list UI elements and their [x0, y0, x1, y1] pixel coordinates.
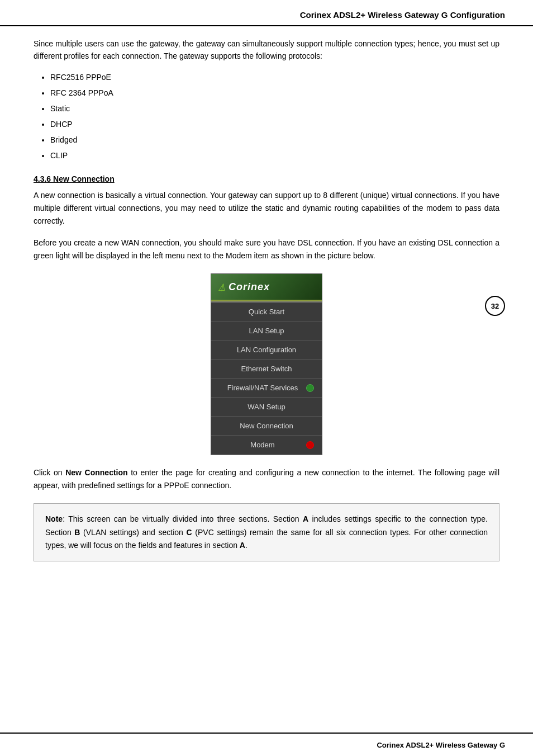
page-footer: Corinex ADSL2+ Wireless Gateway G: [0, 733, 533, 756]
page-header: Corinex ADSL2+ Wireless Gateway G Config…: [0, 0, 533, 26]
note-sectionB: B: [74, 528, 80, 537]
note-sectionC: C: [187, 528, 192, 537]
section-para2: Before you create a new WAN connection, …: [34, 237, 499, 262]
nav-item-modem[interactable]: Modem: [211, 436, 322, 455]
nav-logo-bar: ⍋ Corinex: [211, 274, 322, 301]
nav-menu-image: ⍋ Corinex Quick Start LAN Setup LAN Conf…: [34, 273, 499, 455]
modem-indicator: [306, 441, 314, 449]
nav-item-quickstart[interactable]: Quick Start: [211, 303, 322, 322]
section-heading: 4.3.6 New Connection: [34, 174, 499, 183]
nav-item-ethswitch[interactable]: Ethernet Switch: [211, 360, 322, 379]
list-item: RFC2516 PPPoE: [50, 69, 499, 85]
note-sectionA1: A: [303, 514, 308, 523]
note-sectionA2: A: [240, 541, 245, 550]
nav-logo-text: Corinex: [229, 281, 270, 293]
list-item: Bridged: [50, 132, 499, 148]
note-text: : This screen can be virtually divided i…: [45, 514, 488, 549]
page-wrapper: Corinex ADSL2+ Wireless Gateway G Config…: [0, 0, 533, 756]
list-item: CLIP: [50, 148, 499, 163]
note-box: Note: This screen can be virtually divid…: [34, 503, 499, 561]
corinex-logo-icon: ⍋: [218, 280, 225, 294]
intro-paragraph: Since multiple users can use the gateway…: [34, 37, 499, 63]
nav-item-firewall[interactable]: Firewall/NAT Services: [211, 379, 322, 398]
page-number: 32: [485, 296, 505, 316]
nav-item-lanconfig[interactable]: LAN Configuration: [211, 341, 322, 360]
new-connection-bold: New Connection: [65, 468, 127, 477]
nav-item-lansetup[interactable]: LAN Setup: [211, 322, 322, 341]
firewall-indicator: [306, 384, 314, 392]
protocol-list: RFC2516 PPPoE RFC 2364 PPPoA Static DHCP…: [50, 69, 499, 163]
note-label: Note: [45, 514, 63, 523]
nav-item-newconnection[interactable]: New Connection: [211, 417, 322, 436]
section-para3: Click on New Connection to enter the pag…: [34, 466, 499, 492]
header-title: Corinex ADSL2+ Wireless Gateway G Config…: [300, 10, 505, 20]
list-item: RFC 2364 PPPoA: [50, 85, 499, 101]
section-para1: A new connection is basically a virtual …: [34, 189, 499, 228]
footer-title: Corinex ADSL2+ Wireless Gateway G: [377, 741, 505, 749]
list-item: DHCP: [50, 116, 499, 132]
content-area: Since multiple users can use the gateway…: [0, 26, 533, 733]
nav-item-wansetup[interactable]: WAN Setup: [211, 398, 322, 417]
list-item: Static: [50, 101, 499, 116]
nav-menu: ⍋ Corinex Quick Start LAN Setup LAN Conf…: [211, 273, 322, 455]
